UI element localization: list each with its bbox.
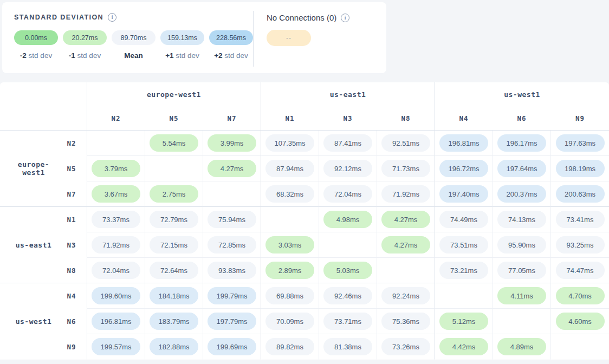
latency-chip[interactable]: 74.13ms — [497, 211, 546, 228]
latency-chip[interactable]: 72.85ms — [208, 236, 256, 253]
cell-N5-2: 4.27ms — [203, 156, 261, 181]
latency-chip[interactable]: 197.40ms — [439, 185, 488, 203]
latency-chip[interactable]: 4.27ms — [381, 211, 430, 228]
latency-chip[interactable]: 3.99ms — [208, 134, 256, 152]
latency-chip[interactable]: 72.04ms — [92, 262, 140, 279]
row-label-N3: us-east1N3 — [0, 232, 87, 258]
latency-chip[interactable]: 199.69ms — [208, 338, 256, 355]
latency-chip[interactable]: 4.42ms — [439, 338, 488, 355]
latency-chip[interactable]: 93.83ms — [208, 262, 256, 279]
cell-N7-7: 200.37ms — [493, 181, 550, 207]
latency-chip[interactable]: 199.57ms — [92, 338, 140, 355]
latency-chip[interactable]: 197.63ms — [556, 134, 605, 152]
row-label-N9: N9 — [0, 334, 87, 360]
latency-chip[interactable]: 70.09ms — [265, 313, 314, 330]
latency-chip[interactable]: 95.90ms — [497, 236, 546, 253]
latency-chip[interactable]: 73.21ms — [439, 262, 488, 279]
latency-chip[interactable]: 4.11ms — [497, 287, 546, 304]
latency-chip[interactable]: 196.81ms — [439, 134, 488, 152]
latency-chip[interactable]: 72.64ms — [150, 262, 198, 279]
matrix-corner — [0, 107, 87, 130]
latency-chip[interactable]: 2.75ms — [150, 185, 198, 203]
latency-chip[interactable]: 92.12ms — [323, 160, 372, 177]
cell-N4-8: 4.70ms — [550, 283, 609, 309]
latency-chip[interactable]: 73.26ms — [381, 338, 430, 355]
latency-chip[interactable]: 74.49ms — [439, 211, 488, 228]
latency-chip[interactable]: 199.79ms — [208, 287, 256, 304]
cell-N5-5: 71.73ms — [377, 156, 435, 181]
latency-chip[interactable]: 3.67ms — [92, 185, 140, 203]
latency-chip[interactable]: 2.89ms — [265, 262, 314, 279]
latency-chip[interactable]: 183.79ms — [150, 313, 198, 330]
legend-chip-2: 89.70ms — [112, 30, 156, 45]
info-icon[interactable]: i — [341, 14, 349, 22]
latency-chip[interactable]: 4.89ms — [497, 338, 546, 355]
latency-chip[interactable]: 92.51ms — [381, 134, 430, 152]
latency-chip[interactable]: 5.54ms — [150, 134, 198, 152]
cell-N7-4: 72.04ms — [319, 181, 377, 207]
latency-chip[interactable]: 71.92ms — [381, 185, 430, 203]
latency-chip[interactable]: 72.79ms — [150, 211, 198, 228]
latency-chip[interactable]: 69.88ms — [265, 287, 314, 304]
latency-chip[interactable]: 71.92ms — [92, 236, 140, 253]
latency-chip[interactable]: 68.32ms — [265, 185, 314, 203]
latency-chip[interactable]: 182.88ms — [150, 338, 198, 355]
latency-chip[interactable]: 200.63ms — [556, 185, 605, 203]
latency-chip[interactable]: 4.70ms — [556, 287, 605, 304]
latency-chip[interactable]: 184.18ms — [150, 287, 198, 304]
latency-chip[interactable]: 4.27ms — [208, 160, 256, 177]
row-label-N6: us-west1N6 — [0, 309, 87, 334]
latency-chip[interactable]: 93.25ms — [556, 236, 605, 253]
latency-chip[interactable]: 87.94ms — [265, 160, 314, 177]
latency-chip[interactable]: 72.15ms — [150, 236, 198, 253]
cell-N8-6: 73.21ms — [435, 258, 493, 283]
cell-N1-0: 73.37ms — [87, 207, 145, 232]
cell-N7-3: 68.32ms — [261, 181, 319, 207]
latency-chip[interactable]: 4.60ms — [556, 313, 605, 330]
col-header-N9: N9 — [550, 107, 609, 130]
latency-chip[interactable]: 87.41ms — [323, 134, 372, 152]
latency-chip[interactable]: 198.19ms — [556, 160, 605, 177]
latency-chip[interactable]: 77.05ms — [497, 262, 546, 279]
latency-chip[interactable]: 199.60ms — [92, 287, 140, 304]
latency-chip[interactable]: 92.24ms — [381, 287, 430, 304]
col-group-us-east1: us-east1 — [261, 82, 435, 107]
info-icon[interactable]: i — [108, 13, 116, 22]
legend-label-2: Mean — [112, 51, 156, 60]
latency-chip[interactable]: 71.73ms — [381, 160, 430, 177]
latency-chip[interactable]: 3.79ms — [92, 160, 140, 177]
latency-chip[interactable]: 73.37ms — [92, 211, 140, 228]
latency-chip[interactable]: 74.47ms — [556, 262, 605, 279]
latency-chip[interactable]: 107.35ms — [265, 134, 314, 152]
cell-N6-7 — [493, 309, 550, 334]
row-header-N8: N8 — [60, 266, 87, 275]
latency-chip[interactable]: 73.51ms — [439, 236, 488, 253]
latency-chip[interactable]: 5.12ms — [439, 313, 488, 330]
latency-chip[interactable]: 200.37ms — [497, 185, 546, 203]
matrix-header-regions: europe-west1us-east1us-west1 — [0, 82, 609, 107]
latency-chip[interactable]: 5.03ms — [323, 262, 372, 279]
latency-chip[interactable]: 92.46ms — [323, 287, 372, 304]
latency-chip[interactable]: 196.81ms — [92, 313, 140, 330]
cell-N7-0: 3.67ms — [87, 181, 145, 207]
row-label-N1: N1 — [0, 207, 87, 232]
table-row-N1: N173.37ms72.79ms75.94ms4.98ms4.27ms74.49… — [0, 207, 609, 232]
latency-chip[interactable]: 3.03ms — [265, 236, 314, 253]
latency-chip[interactable]: 196.72ms — [439, 160, 488, 177]
latency-chip[interactable]: 4.27ms — [381, 236, 430, 253]
cell-N4-1: 184.18ms — [145, 283, 203, 309]
latency-chip[interactable]: 75.94ms — [208, 211, 256, 228]
latency-chip[interactable]: 89.82ms — [265, 338, 314, 355]
latency-chip[interactable]: 197.64ms — [497, 160, 546, 177]
latency-chip[interactable]: 4.98ms — [323, 211, 372, 228]
latency-chip[interactable]: 196.17ms — [497, 134, 546, 152]
latency-chip[interactable]: 197.79ms — [208, 313, 256, 330]
latency-chip[interactable]: 75.36ms — [381, 313, 430, 330]
row-header-N6: N6 — [60, 317, 87, 326]
legend-chip-3: 159.13ms — [160, 30, 204, 45]
latency-chip[interactable]: 72.04ms — [323, 185, 372, 203]
latency-chip[interactable]: 73.41ms — [556, 211, 605, 228]
legend-chip-1: 20.27ms — [63, 30, 107, 45]
latency-chip[interactable]: 81.38ms — [323, 338, 372, 355]
latency-chip[interactable]: 73.71ms — [323, 313, 372, 330]
